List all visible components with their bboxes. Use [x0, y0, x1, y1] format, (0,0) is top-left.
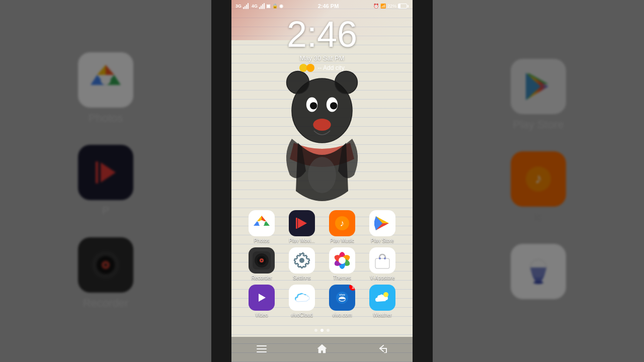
bg-play-movies-icon [78, 145, 133, 200]
photos-icon [249, 210, 275, 236]
nav-back-button[interactable] [377, 344, 387, 355]
bg-ic-label: ic [534, 211, 542, 224]
app-video[interactable]: Video [244, 285, 279, 318]
status-right: ⏰ 📶 22% [373, 4, 409, 9]
page-dots [231, 329, 413, 332]
status-time: 2:46 PM [318, 3, 339, 9]
bg-right-panel: Play Store ♪ ic [433, 0, 644, 362]
bg-p-label: P [102, 204, 110, 217]
svg-point-29 [330, 102, 337, 109]
svg-point-52 [261, 260, 263, 261]
clock-area: 2:46 May 30 Sat PM -- Add city [231, 16, 413, 72]
svg-marker-0 [106, 65, 114, 75]
svg-point-4 [101, 75, 111, 85]
settings-icon [289, 247, 315, 274]
weather-icon2 [306, 64, 314, 72]
app-play-store[interactable]: Play Store [365, 210, 400, 243]
vivocom-label: vivo.com [332, 312, 352, 318]
bg-music-icon: ♪ [511, 151, 566, 207]
bg-photos-wrapper: Photos [78, 52, 133, 125]
network-4g: 4G [252, 4, 258, 9]
bg-recorder-icon [78, 237, 133, 293]
bg-photos-label: Photos [89, 112, 123, 125]
app-row-3: Video vivoCloud vivo [242, 285, 403, 318]
app-play-music[interactable]: ♪ Play Music [325, 210, 360, 243]
sim-icon: ▣ [266, 4, 271, 9]
photos-label: Photos [254, 238, 269, 243]
app-photos[interactable]: Photos [244, 210, 279, 243]
svg-rect-21 [536, 278, 541, 282]
app-play-movies[interactable]: Play Movi... [284, 210, 319, 243]
svg-text:vivo: vivo [339, 293, 345, 296]
svg-point-24 [287, 71, 309, 94]
svg-point-53 [299, 258, 304, 263]
svg-text:♪: ♪ [535, 170, 542, 186]
add-city-text: -- Add city [317, 64, 344, 71]
signal-4g-icon [259, 3, 265, 9]
wifi-icon: 📶 [380, 4, 386, 9]
svg-point-22 [533, 281, 543, 284]
app-weather[interactable]: Weather [365, 285, 400, 318]
svg-marker-1 [97, 65, 106, 75]
bg-playstore-icon [511, 59, 566, 114]
nav-bar [231, 337, 413, 362]
bg-vapp-wrapper [511, 244, 566, 303]
play-music-label: Play Music [330, 238, 354, 243]
svg-point-60 [339, 257, 346, 264]
video-icon [249, 285, 275, 311]
bg-play-movies-wrapper: P [78, 145, 133, 217]
app-vivocloud[interactable]: vivoCloud [284, 285, 319, 318]
svg-point-63 [384, 257, 386, 259]
app-recorder[interactable]: Recorder [244, 247, 279, 281]
recorder-icon [249, 247, 275, 274]
bg-playstore-label: Play Store [513, 118, 564, 131]
app-settings[interactable]: Settings [284, 247, 319, 281]
weather-app-icon [369, 285, 395, 311]
dot-1[interactable] [314, 329, 317, 332]
settings-label: Settings [293, 275, 311, 281]
app-vivocom[interactable]: vivo 1 vivo.com [325, 285, 360, 318]
app-row-2: Recorder Settings [242, 247, 403, 281]
bg-recorder-label: Recorder [83, 297, 128, 310]
network-3g: 3G [235, 4, 242, 9]
nav-home-button[interactable] [316, 343, 328, 356]
dot-3[interactable] [327, 329, 330, 332]
status-left: 3G 4G ▣ 🔒 ◉ [235, 3, 283, 9]
svg-point-31 [308, 157, 336, 193]
battery-icon [398, 4, 409, 9]
bg-left-panel: Photos P Recorder [0, 0, 211, 362]
video-label: Video [255, 312, 268, 318]
vivocloud-label: vivoCloud [291, 312, 313, 318]
clock-time: 2:46 [287, 16, 357, 52]
vivocloud-icon [289, 285, 315, 311]
svg-rect-72 [257, 345, 267, 346]
svg-point-25 [335, 71, 358, 94]
weather-label: Weather [373, 312, 392, 318]
app-themes[interactable]: Themes [325, 247, 360, 281]
battery-percent: 22% [387, 4, 396, 9]
app-row-1: Photos Play Movi... [242, 210, 403, 243]
phone-frame: 3G 4G ▣ 🔒 ◉ 2:46 PM ⏰ 📶 22% [231, 0, 413, 362]
svg-rect-74 [257, 351, 267, 352]
weather-bar[interactable]: -- Add city [299, 64, 344, 72]
svg-rect-39 [296, 218, 297, 229]
dot-2[interactable] [320, 329, 324, 332]
svg-point-10 [104, 263, 107, 266]
vappstore-label: V-Appstore [370, 275, 394, 281]
bg-music-wrapper: ♪ ic [511, 151, 566, 224]
themes-label: Themes [333, 275, 351, 281]
play-movies-icon [289, 210, 315, 236]
bg-vapp-icon [511, 244, 566, 299]
play-store-label: Play Store [371, 238, 394, 243]
app-grid: Photos Play Movi... [231, 210, 413, 322]
themes-icon [329, 247, 355, 274]
signal-3g-icon [243, 3, 249, 9]
svg-point-71 [383, 292, 388, 297]
notification-icon: ◉ [279, 4, 283, 9]
app-vappstore[interactable]: V-Appstore [365, 247, 400, 281]
nav-menu-button[interactable] [257, 344, 267, 355]
svg-rect-6 [96, 161, 98, 184]
svg-point-28 [310, 102, 317, 109]
play-movies-label: Play Movi... [289, 238, 315, 243]
svg-marker-5 [101, 162, 116, 183]
